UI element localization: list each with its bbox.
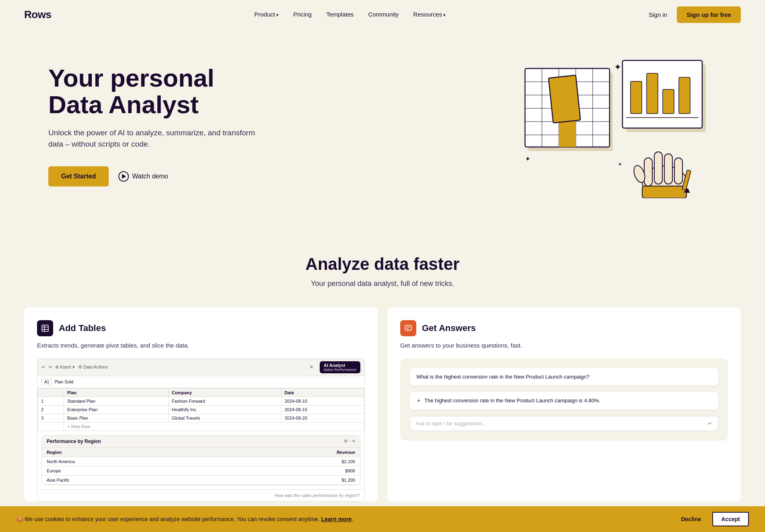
svg-rect-26 <box>664 154 672 184</box>
signin-button[interactable]: Sign in <box>649 11 667 18</box>
data-actions-button[interactable]: ⚙ Data Actions <box>78 364 108 370</box>
svg-rect-12 <box>548 75 580 123</box>
card-title-add-tables: Add Tables <box>59 323 106 333</box>
send-icon[interactable]: ↵ <box>708 420 712 426</box>
accept-button[interactable]: Accept <box>712 512 749 526</box>
watch-demo-button[interactable]: Watch demo <box>118 171 168 182</box>
chat-icon-svg <box>404 324 412 332</box>
perf-table-container: Performance by Region ⚙ ↕ ✕ Region Reven… <box>41 435 360 485</box>
svg-rect-36 <box>405 325 411 330</box>
table-row: 1 Standard Plan Fashion Forward 2024-08-… <box>38 397 364 405</box>
analyze-subtitle: Your personal data analyst, full of new … <box>24 279 741 288</box>
cookie-text: 🍪 We use cookies to enhance your user ex… <box>16 516 667 522</box>
sm-col-num <box>38 388 64 397</box>
cookie-banner: 🍪 We use cookies to enhance your user ex… <box>0 506 765 532</box>
hero-svg: ✦ ✦ ✦ <box>507 53 717 198</box>
svg-rect-19 <box>647 73 658 114</box>
card-desc-add-tables: Extracts trends, generate pivot tables, … <box>37 341 365 350</box>
table-row: Asia Pacific $1,200 <box>42 475 360 484</box>
query-label: How was the sales performance by region? <box>37 489 364 501</box>
svg-text:✦: ✦ <box>614 62 621 72</box>
get-started-button[interactable]: Get Started <box>48 166 109 186</box>
perf-header-row: Region Revenue <box>42 448 360 457</box>
hero-actions: Get Started Watch demo <box>48 166 258 186</box>
svg-rect-32 <box>42 325 48 331</box>
analyze-section: Analyze data faster Your personal data a… <box>0 230 765 288</box>
sm-col-company: Company <box>168 388 281 397</box>
svg-rect-24 <box>644 158 652 186</box>
nav-links: Product Pricing Templates Community Reso… <box>254 11 446 18</box>
ai-analyst-badge: AI Analyst Sales Performance <box>320 361 360 373</box>
sm-header-row: Plan Company Date <box>38 388 364 397</box>
redo-icon[interactable]: ↪ <box>48 364 52 370</box>
table-icon-svg <box>41 324 49 332</box>
cell-ref: A1 <box>41 379 52 385</box>
sm-col-plan: Plan <box>64 388 169 397</box>
card-title-get-answers: Get Answers <box>422 323 476 333</box>
table-row: North America $2,100 <box>42 457 360 466</box>
learn-more-link[interactable]: Learn more <box>321 516 352 522</box>
svg-rect-18 <box>631 81 642 114</box>
sm-row-num: 2 <box>38 405 64 414</box>
card-get-answers: Get Answers Get answers to your business… <box>387 307 741 501</box>
play-circle-icon <box>118 171 129 182</box>
col-header: Plan Sold <box>54 379 73 384</box>
card-header-add-tables: Add Tables <box>37 320 365 336</box>
perf-table-header: Performance by Region ⚙ ↕ ✕ <box>42 435 360 448</box>
play-triangle-icon <box>122 174 126 179</box>
table-row: 3 Basic Plan Global Travels 2024-08-20 <box>38 414 364 422</box>
sm-col-date: Date <box>281 388 364 397</box>
hero-section: Your personal Data Analyst Unlock the po… <box>0 29 765 230</box>
hero-title: Your personal Data Analyst <box>48 65 258 117</box>
svg-rect-27 <box>674 158 682 184</box>
chat-question-bubble: What is the highest conversion rate in t… <box>410 368 718 385</box>
logo[interactable]: Rows <box>24 8 51 21</box>
get-answers-icon <box>400 320 416 336</box>
sm-add-row[interactable]: + New Row <box>38 422 364 431</box>
close-icon[interactable]: ✕ <box>310 364 313 370</box>
nav-resources[interactable]: Resources <box>413 11 446 18</box>
nav-product[interactable]: Product <box>254 11 279 18</box>
sm-table: Plan Company Date 1 Standard Plan Fashio… <box>37 388 364 431</box>
chat-area: What is the highest conversion rate in t… <box>400 358 728 441</box>
svg-rect-21 <box>679 77 690 114</box>
chat-answer-row: ✦ The highest conversion rate in the New… <box>416 397 712 404</box>
svg-text:✦: ✦ <box>618 161 622 167</box>
sm-toolbar: ↩ ↪ ⊕ Insert ▾ ⚙ Data Actions ✕ AI Analy… <box>37 359 364 376</box>
card-add-tables: Add Tables Extracts trends, generate piv… <box>24 307 378 501</box>
table-row: Europe $900 <box>42 466 360 475</box>
chat-input[interactable]: Ask or type / for suggestions... ↵ <box>410 416 718 431</box>
navbar: Rows Product Pricing Templates Community… <box>0 0 765 29</box>
sm-row-num: 3 <box>38 414 64 422</box>
signup-button[interactable]: Sign up for free <box>677 6 741 23</box>
formula-bar: A1 Plan Sold <box>37 376 364 388</box>
svg-rect-25 <box>654 152 662 184</box>
svg-text:✦: ✦ <box>525 155 530 162</box>
analyze-title: Analyze data faster <box>24 255 741 274</box>
decline-button[interactable]: Decline <box>675 513 708 526</box>
insert-button[interactable]: ⊕ Insert ▾ <box>55 364 75 370</box>
add-tables-icon <box>37 320 53 336</box>
card-header-get-answers: Get Answers <box>400 320 728 336</box>
hero-text: Your personal Data Analyst Unlock the po… <box>48 65 258 186</box>
undo-icon[interactable]: ↩ <box>41 364 45 370</box>
chat-answer-bubble: ✦ The highest conversion rate in the New… <box>410 392 718 410</box>
hero-illustration: ✦ ✦ ✦ <box>507 53 717 198</box>
sm-row-num: 1 <box>38 397 64 405</box>
hero-subtitle: Unlock the power of AI to analyze, summa… <box>48 127 258 150</box>
nav-community[interactable]: Community <box>368 11 399 18</box>
nav-templates[interactable]: Templates <box>326 11 354 18</box>
sparkle-icon: ✦ <box>416 397 421 404</box>
card-desc-get-answers: Get answers to your business questions, … <box>400 341 728 350</box>
nav-actions: Sign in Sign up for free <box>649 6 741 23</box>
spreadsheet-mock: ↩ ↪ ⊕ Insert ▾ ⚙ Data Actions ✕ AI Analy… <box>37 358 365 501</box>
svg-rect-29 <box>642 186 686 198</box>
cookie-actions: Decline Accept <box>675 512 749 526</box>
table-row: 2 Enterprise Plan Healthify Inc. 2024-08… <box>38 405 364 414</box>
perf-controls[interactable]: ⚙ ↕ ✕ <box>344 439 355 443</box>
nav-pricing[interactable]: Pricing <box>293 11 312 18</box>
perf-table: Region Revenue North America $2,100 Euro… <box>42 448 360 485</box>
svg-rect-20 <box>663 89 674 114</box>
cards-grid: Add Tables Extracts trends, generate piv… <box>0 307 765 532</box>
